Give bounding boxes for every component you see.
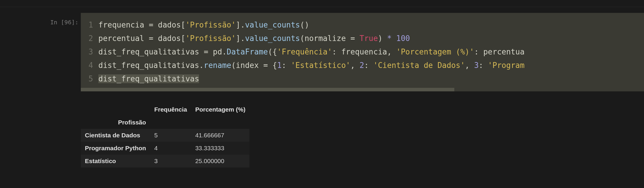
- code-token: ,: [350, 61, 359, 70]
- code-token: value_counts: [245, 20, 300, 29]
- code-token: pd.: [213, 47, 227, 56]
- code-line[interactable]: 4dist_freq_qualitativas.rename(index = {…: [81, 59, 644, 72]
- code-token: DataFrame: [227, 47, 268, 56]
- table-cell: 5: [150, 129, 191, 142]
- code-token: dados[: [158, 34, 186, 43]
- table-row-index: Programador Python: [81, 142, 150, 155]
- code-token: :: [282, 61, 291, 70]
- horizontal-scrollbar[interactable]: [81, 88, 454, 91]
- code-token: :: [479, 61, 488, 70]
- code-token: 'Porcentagem (%)': [396, 47, 474, 56]
- code-text[interactable]: dist_freq_qualitativas = pd.DataFrame({'…: [98, 45, 644, 59]
- code-token: (normalize: [300, 34, 350, 43]
- code-token: percentual: [98, 34, 149, 43]
- table-header-blank: [191, 116, 250, 129]
- code-token: {: [273, 61, 277, 70]
- table-cell: 4: [150, 142, 191, 155]
- code-token: value_counts: [245, 34, 300, 43]
- table-header-row: FrequênciaPorcentagem (%): [81, 103, 249, 116]
- notebook-toolbar: [0, 0, 644, 7]
- gutter-line-number: 1: [81, 18, 98, 32]
- code-line[interactable]: 3dist_freq_qualitativas = pd.DataFrame({…: [81, 45, 644, 59]
- code-token: 2: [359, 61, 364, 70]
- code-token: 'Estatístico': [291, 61, 350, 70]
- code-token: ].: [236, 20, 245, 29]
- code-token: ({: [268, 47, 277, 56]
- code-token: =: [263, 61, 273, 70]
- table-row-index: Estatístico: [81, 155, 150, 168]
- code-line[interactable]: 1frequencia = dados['Profissão'].value_c…: [81, 18, 644, 32]
- code-token: rename: [204, 61, 231, 70]
- code-text[interactable]: dist_freq_qualitativas: [98, 72, 644, 86]
- table-cell: 25.000000: [191, 155, 250, 168]
- input-prompt: In [96]:: [0, 19, 78, 26]
- table-column-header: Frequência: [150, 103, 191, 116]
- table-index-name: Profissão: [81, 116, 150, 129]
- code-token: (index: [231, 61, 263, 70]
- code-token: 100: [396, 34, 410, 43]
- code-token: dist_freq_qualitativas: [98, 74, 199, 83]
- code-token: : percentua: [474, 47, 525, 56]
- code-token: ): [378, 34, 387, 43]
- code-token: :: [364, 61, 373, 70]
- code-token: (): [300, 20, 309, 29]
- gutter-line-number: 3: [81, 45, 98, 59]
- table-header-blank: [81, 103, 150, 116]
- code-token: 'Cientista de Dados': [373, 61, 465, 70]
- code-token: =: [350, 34, 359, 43]
- code-token: =: [204, 47, 213, 56]
- code-token: 'Profissão': [185, 34, 236, 43]
- table-column-header: Porcentagem (%): [191, 103, 250, 116]
- table-cell: 33.333333: [191, 142, 250, 155]
- gutter-line-number: 2: [81, 32, 98, 45]
- code-line[interactable]: 5dist_freq_qualitativas: [81, 72, 644, 86]
- code-token: dist_freq_qualitativas.: [98, 61, 204, 70]
- code-token: frequencia: [98, 20, 149, 29]
- gutter-line-number: 5: [81, 72, 98, 86]
- code-line[interactable]: 2percentual = dados['Profissão'].value_c…: [81, 32, 644, 45]
- table-row-index: Cientista de Dados: [81, 129, 150, 142]
- dataframe-table: FrequênciaPorcentagem (%) Profissão Cien…: [81, 103, 249, 168]
- table-header-blank: [150, 116, 191, 129]
- code-token: dist_freq_qualitativas: [98, 47, 204, 56]
- table-cell: 41.666667: [191, 129, 250, 142]
- table-row: Programador Python433.333333: [81, 142, 249, 155]
- code-token: ].: [236, 34, 245, 43]
- code-token: ,: [465, 61, 474, 70]
- code-text[interactable]: percentual = dados['Profissão'].value_co…: [98, 32, 644, 45]
- code-text[interactable]: dist_freq_qualitativas.rename(index = {1…: [98, 59, 644, 72]
- code-token: dados[: [158, 20, 186, 29]
- code-token: =: [149, 20, 158, 29]
- table-cell: 3: [150, 155, 191, 168]
- code-token: : frequencia,: [332, 47, 396, 56]
- cell-output: FrequênciaPorcentagem (%) Profissão Cien…: [81, 103, 644, 168]
- table-index-name-row: Profissão: [81, 116, 249, 129]
- code-token: =: [149, 34, 158, 43]
- code-token: *: [387, 34, 396, 43]
- code-token: 1: [277, 61, 282, 70]
- table-row: Cientista de Dados541.666667: [81, 129, 249, 142]
- table-row: Estatístico325.000000: [81, 155, 249, 168]
- code-token: 3: [474, 61, 479, 70]
- code-token: 'Profissão': [185, 20, 236, 29]
- code-input-area[interactable]: 1frequencia = dados['Profissão'].value_c…: [81, 13, 644, 91]
- code-token: True: [359, 34, 378, 43]
- code-cell-wrapper: In [96]: 1frequencia = dados['Profissão'…: [0, 7, 644, 168]
- code-text[interactable]: frequencia = dados['Profissão'].value_co…: [98, 18, 644, 32]
- code-token: 'Frequência': [277, 47, 332, 56]
- code-token: 'Program: [488, 61, 525, 70]
- gutter-line-number: 4: [81, 59, 98, 72]
